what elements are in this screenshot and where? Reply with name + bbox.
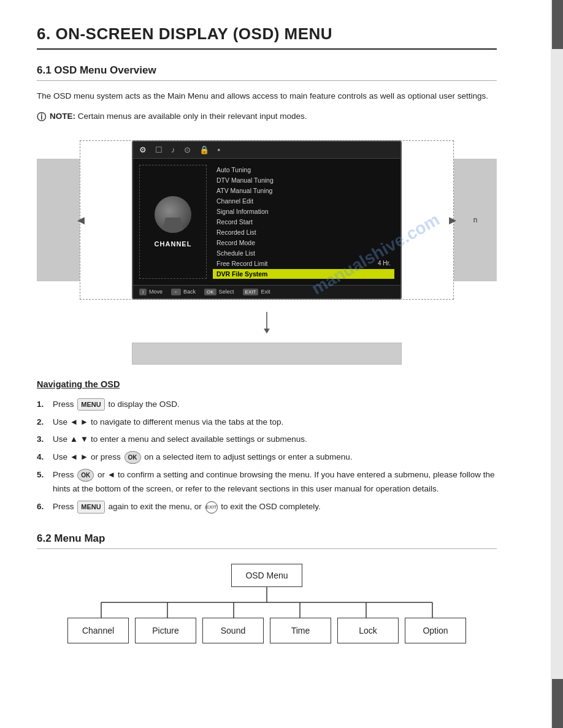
- btn-back: ← Back: [171, 289, 196, 295]
- title-divider: [37, 48, 497, 50]
- ok-icon: OK: [204, 289, 216, 295]
- svg-marker-1: [264, 328, 270, 333]
- tab-lock[interactable]: 🔒: [199, 145, 209, 154]
- section-1-title: 6.1 OSD Menu Overview: [37, 64, 497, 77]
- menu-item-atv[interactable]: ATV Manual Tuning: [213, 186, 394, 195]
- osd-body: CHANNEL Auto Tuning DTV Manual Tuning AT…: [133, 159, 400, 285]
- menu-item-signal[interactable]: Signal Information: [213, 207, 394, 216]
- nav-list: 1. Press MENU to display the OSD. 2. Use…: [37, 398, 497, 515]
- step-num: 6.: [37, 500, 49, 514]
- menu-child-time: Time: [270, 618, 331, 643]
- osd-screen: ⚙ ☐ ♪ ⊙ 🔒 ▪ CHANNEL Auto Tun: [132, 140, 402, 300]
- osd-bottombar: ↕ Move ← Back OK Select EXIT Exit: [133, 285, 400, 298]
- list-item: 1. Press MENU to display the OSD.: [37, 398, 497, 412]
- exit-label: Exit: [261, 289, 270, 295]
- menu-item-auto-tuning[interactable]: Auto Tuning: [213, 165, 394, 175]
- tab-picture[interactable]: ☐: [155, 145, 163, 154]
- exit-circle-btn[interactable]: EXIT: [205, 501, 218, 514]
- chapter-title: 6. ON-SCREEN DISPLAY (OSD) MENU: [37, 25, 497, 44]
- step-num: 5.: [37, 468, 49, 482]
- list-item: 2. Use ◄ ► to navigate to different menu…: [37, 415, 497, 430]
- menu-item-record-start[interactable]: Record Start: [213, 217, 394, 227]
- exit-icon: EXIT: [243, 289, 259, 295]
- main-content: 6. ON-SCREEN DISPLAY (OSD) MENU 6.1 OSD …: [0, 0, 534, 686]
- list-item: 5. Press OK or ◄ to confirm a setting an…: [37, 468, 497, 496]
- list-item: 4. Use ◄ ► or press OK on a selected ite…: [37, 450, 497, 464]
- tab-channel[interactable]: ⚙: [139, 145, 147, 154]
- note-content: NOTE: Certain menus are available only i…: [50, 112, 307, 121]
- menu-item-free-record[interactable]: Free Record Limit4 Hr.: [213, 259, 394, 268]
- channel-label: CHANNEL: [155, 240, 192, 248]
- menu-map: OSD Menu Channel: [37, 564, 497, 643]
- step-6-text: Press MENU again to exit the menu, or EX…: [53, 500, 321, 514]
- arrow-left: ◄: [75, 213, 87, 227]
- select-label: Select: [219, 289, 234, 295]
- list-item: 3. Use ▲ ▼ to enter a menu and select av…: [37, 433, 497, 447]
- btn-move: ↕ Move: [139, 289, 163, 295]
- scrollbar-track: [551, 0, 563, 728]
- note-box: ⓘ NOTE: Certain menus are available only…: [37, 112, 497, 123]
- step-num: 1.: [37, 398, 49, 412]
- free-record-value: 4 Hr.: [374, 260, 391, 267]
- note-label: NOTE:: [50, 112, 75, 121]
- intro-text: The OSD menu system acts as the Main Men…: [37, 89, 497, 103]
- scrollbar-thumb-bottom: [552, 679, 563, 728]
- tab-sound[interactable]: ♪: [171, 145, 175, 154]
- osd-menu-list: Auto Tuning DTV Manual Tuning ATV Manual…: [213, 165, 394, 279]
- btn-exit: EXIT Exit: [243, 289, 270, 295]
- ok-btn-5[interactable]: OK: [77, 469, 94, 482]
- list-item: 6. Press MENU again to exit the menu, or…: [37, 500, 497, 514]
- menu-child-option: Option: [405, 618, 466, 643]
- menu-btn-1[interactable]: MENU: [77, 398, 104, 411]
- osd-menu-node: OSD Menu: [231, 564, 302, 587]
- tree-connector: [52, 587, 481, 618]
- menu-child-picture: Picture: [135, 618, 196, 643]
- menu-btn-6[interactable]: MENU: [77, 501, 104, 514]
- note-text: Certain menus are available only in thei…: [78, 112, 307, 121]
- step-num: 4.: [37, 450, 49, 464]
- menu-item-dvr[interactable]: DVR File System: [213, 269, 394, 279]
- sidebar-right-label: n: [454, 159, 497, 281]
- back-icon: ←: [171, 289, 181, 295]
- menu-item-channel-edit[interactable]: Channel Edit: [213, 196, 394, 206]
- menu-item-dtv[interactable]: DTV Manual Tuning: [213, 175, 394, 185]
- arrow-down: [37, 312, 497, 336]
- info-icon: ⓘ: [37, 112, 46, 123]
- menu-child-lock: Lock: [337, 618, 399, 643]
- osd-topbar: ⚙ ☐ ♪ ⊙ 🔒 ▪: [133, 142, 400, 159]
- ok-btn-4[interactable]: OK: [124, 451, 141, 464]
- step-3-text: Use ▲ ▼ to enter a menu and select avail…: [53, 433, 307, 447]
- gray-sidebar-left: [37, 159, 80, 281]
- nav-section: Navigating the OSD 1. Press MENU to disp…: [37, 379, 497, 515]
- menu-item-recorded-list[interactable]: Recorded List: [213, 227, 394, 237]
- step-1-text: Press MENU to display the OSD.: [53, 398, 180, 412]
- menu-map-root: OSD Menu: [231, 564, 302, 587]
- tab-option[interactable]: ▪: [218, 145, 221, 154]
- btn-select: OK Select: [204, 289, 234, 295]
- arrow-right: ►: [446, 213, 459, 227]
- channel-icon: [155, 196, 191, 233]
- menu-item-schedule[interactable]: Schedule List: [213, 248, 394, 258]
- step-4-text: Use ◄ ► or press OK on a selected item t…: [53, 450, 352, 464]
- screenshot-wrapper: n ◄ ► ⚙ ☐ ♪ ⊙ 🔒 ▪: [37, 134, 497, 306]
- gray-sidebar-right: n: [454, 159, 497, 281]
- scrollbar[interactable]: [551, 0, 563, 728]
- section-1-divider: [37, 80, 497, 81]
- step-2-text: Use ◄ ► to navigate to different menus v…: [53, 415, 283, 430]
- move-label: Move: [149, 289, 163, 295]
- step-num: 2.: [37, 415, 49, 430]
- result-bar: [132, 343, 402, 365]
- osd-left-panel: CHANNEL: [139, 165, 207, 279]
- back-label: Back: [183, 289, 196, 295]
- section-2-title: 6.2 Menu Map: [37, 533, 497, 545]
- nav-section-title: Navigating the OSD: [37, 379, 497, 389]
- move-icon: ↕: [139, 289, 147, 295]
- menu-map-children: Channel Picture Sound Time Lock Option: [67, 618, 466, 643]
- step-5-text: Press OK or ◄ to confirm a setting and c…: [53, 468, 497, 496]
- menu-child-sound: Sound: [202, 618, 264, 643]
- section-2-divider: [37, 548, 497, 549]
- step-num: 3.: [37, 433, 49, 447]
- menu-item-record-mode[interactable]: Record Mode: [213, 238, 394, 248]
- tab-settings[interactable]: ⊙: [184, 145, 191, 154]
- menu-child-channel: Channel: [67, 618, 129, 643]
